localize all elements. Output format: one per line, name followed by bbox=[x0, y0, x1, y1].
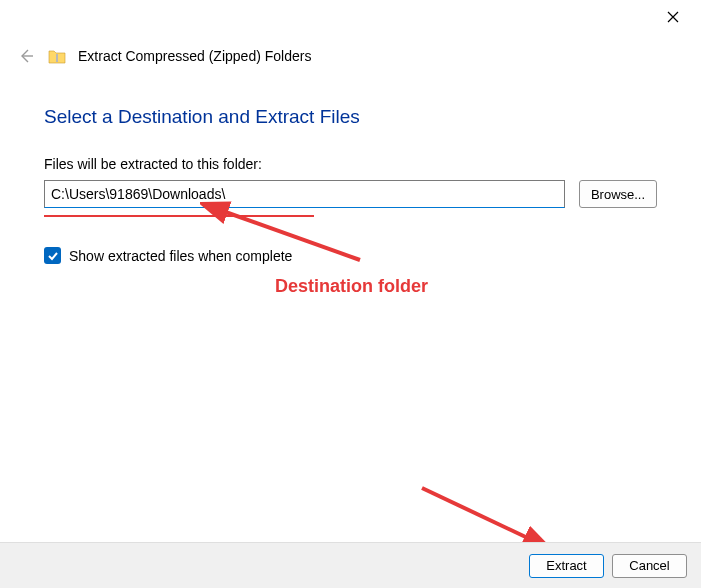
annotation-text: Destination folder bbox=[275, 276, 428, 297]
svg-rect-0 bbox=[56, 54, 58, 62]
close-button[interactable] bbox=[659, 5, 687, 30]
wizard-header: Extract Compressed (Zipped) Folders bbox=[0, 34, 701, 76]
destination-path-input[interactable] bbox=[44, 180, 565, 208]
dialog-footer: Extract Cancel bbox=[0, 542, 701, 588]
cancel-button[interactable]: Cancel bbox=[612, 554, 687, 578]
window-title: Extract Compressed (Zipped) Folders bbox=[78, 48, 311, 64]
extract-button[interactable]: Extract bbox=[529, 554, 604, 578]
page-heading: Select a Destination and Extract Files bbox=[44, 106, 657, 128]
annotation-underline bbox=[44, 215, 314, 217]
svg-line-2 bbox=[422, 488, 532, 540]
checkbox-label: Show extracted files when complete bbox=[69, 248, 292, 264]
back-arrow-icon[interactable] bbox=[16, 46, 36, 66]
checkbox-icon bbox=[44, 247, 61, 264]
zip-folder-icon bbox=[48, 47, 66, 65]
destination-label: Files will be extracted to this folder: bbox=[44, 156, 657, 172]
browse-button[interactable]: Browse... bbox=[579, 180, 657, 208]
show-files-checkbox-row[interactable]: Show extracted files when complete bbox=[44, 247, 657, 264]
